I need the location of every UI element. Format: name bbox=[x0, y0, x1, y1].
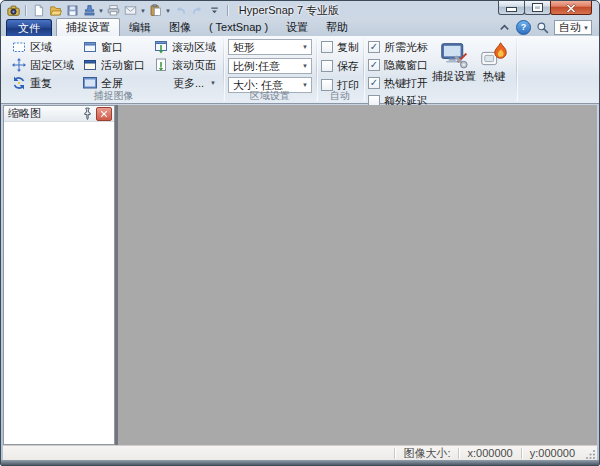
hide-window-checkbox[interactable]: ✓ bbox=[368, 59, 380, 71]
save-label: 保存 bbox=[337, 59, 359, 74]
checkbox-row: ✓ 热键打开 bbox=[368, 75, 428, 91]
shape-select[interactable]: 矩形 ▼ bbox=[228, 39, 312, 55]
hotkey-button[interactable]: 热键 bbox=[476, 39, 512, 84]
group-label: 区域设置 bbox=[225, 89, 315, 103]
cursor-y-value: y:000000 bbox=[522, 447, 583, 459]
active-window-icon bbox=[82, 57, 98, 73]
thumbnail-panel-header: 缩略图 bbox=[4, 106, 114, 122]
capture-dropdown-icon[interactable]: ▼ bbox=[98, 8, 104, 14]
capture-scroll-page-button[interactable]: 滚动页面 bbox=[150, 57, 219, 73]
button-label: 滚动页面 bbox=[172, 58, 216, 73]
paste-icon[interactable] bbox=[149, 4, 163, 18]
print-icon[interactable] bbox=[107, 4, 121, 18]
magnifier-icon[interactable] bbox=[536, 21, 549, 34]
group-separator bbox=[363, 38, 364, 101]
group-region-settings: 矩形 ▼ 比例:任意 ▼ 大小: 任意 ▼ 区域设置 bbox=[225, 36, 315, 103]
save-icon[interactable] bbox=[65, 4, 79, 18]
customize-toolbar-icon[interactable] bbox=[208, 4, 222, 18]
group-label: 捕捉图像 bbox=[5, 89, 222, 103]
capture-window-button[interactable]: 窗口 bbox=[79, 39, 148, 55]
group-auto: 复制 保存 打印 自动 bbox=[318, 36, 362, 103]
checkbox-row: 保存 bbox=[321, 58, 359, 74]
copy-checkbox[interactable] bbox=[321, 41, 333, 53]
scroll-region-icon bbox=[153, 39, 169, 55]
close-icon bbox=[100, 110, 108, 118]
capture-settings-button[interactable]: 捕捉设置 bbox=[432, 39, 476, 84]
redo-icon[interactable] bbox=[191, 4, 205, 18]
tab-textsnap[interactable]: ( TextSnap ) bbox=[200, 19, 277, 36]
minimize-icon bbox=[506, 7, 517, 12]
region-icon bbox=[11, 39, 27, 55]
capture-active-window-button[interactable]: 活动窗口 bbox=[79, 57, 148, 73]
checkmark: ✓ bbox=[370, 42, 378, 52]
checkbox-row: ✓ 所需光标 bbox=[368, 39, 428, 55]
group-capture-image: 区域 固定区域 重复 窗口 bbox=[5, 36, 222, 103]
zoom-mode-select[interactable]: 自动 ▼ bbox=[554, 20, 592, 35]
ratio-select[interactable]: 比例:任意 ▼ bbox=[228, 58, 312, 74]
titlebar[interactable]: ▼ ▼ ▼ HyperSnap 7 专业版 bbox=[1, 1, 599, 19]
maximize-button[interactable] bbox=[524, 0, 551, 15]
send-dropdown-icon[interactable]: ▼ bbox=[140, 8, 146, 14]
hotkey-open-label: 热键打开 bbox=[384, 76, 428, 91]
open-folder-icon[interactable] bbox=[48, 4, 62, 18]
close-button[interactable] bbox=[550, 0, 592, 15]
collapse-ribbon-icon[interactable] bbox=[498, 21, 511, 34]
button-label: 活动窗口 bbox=[101, 58, 145, 73]
window-bottom-frame bbox=[1, 460, 599, 465]
chevron-down-icon: ▼ bbox=[299, 40, 311, 54]
quick-access-toolbar: ▼ ▼ ▼ bbox=[6, 4, 230, 18]
capture-region-button[interactable]: 区域 bbox=[8, 39, 77, 55]
capture-stamp-icon[interactable] bbox=[82, 4, 96, 18]
hotkey-flame-icon bbox=[479, 41, 509, 69]
panel-close-button[interactable] bbox=[96, 107, 112, 121]
app-icon[interactable] bbox=[6, 4, 20, 18]
send-mail-icon[interactable] bbox=[124, 4, 138, 18]
group-label: 自动 bbox=[318, 89, 362, 103]
group-capture-options: ✓ 所需光标 ✓ 隐藏窗口 ✓ 热键打开 额外延迟 bbox=[365, 36, 515, 103]
include-cursor-checkbox[interactable]: ✓ bbox=[368, 41, 380, 53]
group-separator bbox=[223, 38, 224, 101]
save-checkbox[interactable] bbox=[321, 60, 333, 72]
button-label: 热键 bbox=[483, 69, 505, 84]
new-file-icon[interactable] bbox=[31, 4, 45, 18]
maximize-icon bbox=[533, 4, 542, 11]
status-bar: 图像大小: x:000000 y:000000 bbox=[3, 445, 597, 460]
group-separator bbox=[316, 38, 317, 101]
capture-scroll-region-button[interactable]: 滚动区域 bbox=[150, 39, 219, 55]
chevron-down-icon: ▼ bbox=[210, 80, 216, 86]
image-size-label: 图像大小: bbox=[395, 446, 458, 461]
tab-image[interactable]: 图像 bbox=[160, 19, 200, 36]
window-controls bbox=[499, 0, 592, 15]
undo-icon[interactable] bbox=[174, 4, 188, 18]
checkmark: ✓ bbox=[370, 60, 378, 70]
tab-capture-settings[interactable]: 捕捉设置 bbox=[56, 18, 120, 36]
minimize-button[interactable] bbox=[498, 0, 525, 15]
toolbar-separator bbox=[25, 5, 26, 16]
ribbon-right-controls: ? 自动 ▼ bbox=[498, 20, 592, 35]
help-icon[interactable]: ? bbox=[516, 20, 531, 35]
close-icon bbox=[565, 2, 577, 13]
chevron-down-icon: ▼ bbox=[299, 59, 311, 73]
checkmark: ✓ bbox=[370, 78, 378, 88]
resize-grip[interactable] bbox=[584, 447, 597, 460]
tab-file[interactable]: 文件 bbox=[6, 19, 52, 36]
window-title: HyperSnap 7 专业版 bbox=[239, 3, 339, 18]
tab-settings[interactable]: 设置 bbox=[277, 19, 317, 36]
button-label: 区域 bbox=[30, 40, 52, 55]
copy-label: 复制 bbox=[337, 40, 359, 55]
tab-help[interactable]: 帮助 bbox=[317, 19, 357, 36]
paste-dropdown-icon[interactable]: ▼ bbox=[165, 8, 171, 14]
hotkey-open-checkbox[interactable]: ✓ bbox=[368, 77, 380, 89]
tab-edit[interactable]: 编辑 bbox=[120, 19, 160, 36]
thumbnail-panel: 缩略图 bbox=[3, 105, 115, 445]
button-label: 窗口 bbox=[101, 40, 123, 55]
shape-value: 矩形 bbox=[233, 40, 299, 55]
workspace-canvas bbox=[118, 105, 597, 445]
capture-fixed-region-button[interactable]: 固定区域 bbox=[8, 57, 77, 73]
cursor-x-value: x:000000 bbox=[459, 447, 520, 459]
ratio-value: 比例:任意 bbox=[233, 59, 299, 74]
pin-icon[interactable] bbox=[81, 108, 94, 120]
chevron-down-icon: ▼ bbox=[583, 25, 589, 31]
group-separator bbox=[516, 38, 517, 101]
app-window: ▼ ▼ ▼ HyperSnap 7 专业版 bbox=[0, 0, 600, 466]
